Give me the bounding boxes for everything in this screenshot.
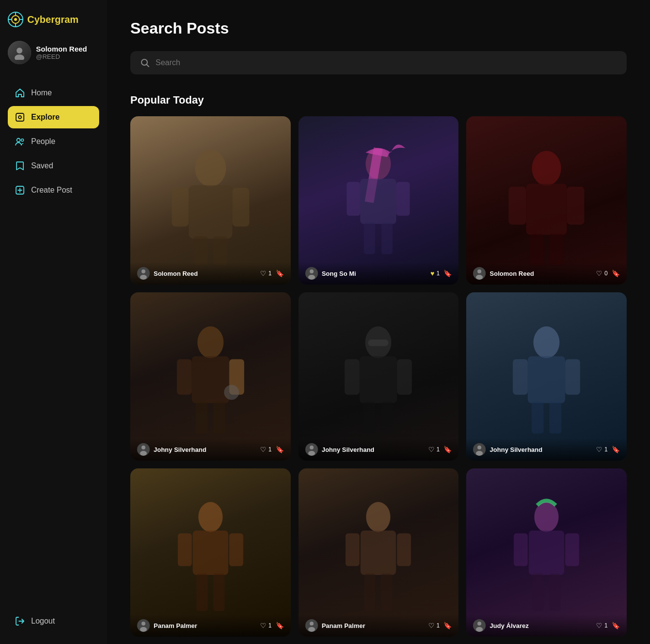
user-name: Solomon Reed: [36, 45, 87, 53]
svg-rect-84: [565, 533, 580, 566]
app-name: Cybergram: [27, 14, 79, 25]
svg-point-15: [195, 149, 226, 186]
svg-point-73: [366, 502, 390, 532]
like-button[interactable]: ♡ 1: [260, 622, 272, 629]
svg-point-10: [18, 116, 21, 119]
bookmark-icon[interactable]: 🔖: [276, 446, 284, 453]
like-button[interactable]: ♥ 1: [430, 269, 439, 277]
svg-rect-83: [514, 533, 528, 566]
svg-rect-16: [189, 185, 232, 238]
svg-rect-85: [532, 573, 544, 611]
post-actions: ♡ 1 🔖: [596, 446, 620, 453]
search-input[interactable]: [156, 58, 617, 67]
bookmark-icon[interactable]: 🔖: [612, 622, 620, 629]
sidebar-item-people[interactable]: People: [8, 130, 99, 153]
svg-rect-18: [232, 187, 249, 226]
post-card[interactable]: Johny Silverhand ♡ 1 🔖: [466, 292, 627, 461]
home-label: Home: [31, 89, 52, 97]
heart-icon: ♡: [596, 269, 602, 277]
post-username: Song So Mi: [322, 270, 427, 277]
bookmark-icon[interactable]: 🔖: [276, 622, 284, 629]
svg-rect-59: [513, 359, 528, 394]
svg-point-80: [308, 627, 315, 632]
like-button[interactable]: ♡ 1: [260, 446, 272, 453]
post-card[interactable]: Panam Palmer ♡ 1 🔖: [130, 468, 291, 637]
post-footer: Panam Palmer ♡ 1 🔖: [299, 614, 459, 637]
svg-point-71: [141, 622, 145, 626]
explore-label: Explore: [31, 113, 60, 122]
like-button[interactable]: ♡ 1: [596, 622, 608, 629]
create-post-icon: [15, 185, 25, 196]
bookmark-icon[interactable]: 🔖: [443, 622, 452, 629]
search-bar: [130, 51, 627, 74]
svg-rect-76: [397, 533, 411, 566]
svg-point-57: [533, 326, 560, 358]
user-avatar: [8, 41, 31, 64]
like-button[interactable]: ♡ 0: [596, 269, 608, 277]
post-avatar: [305, 443, 318, 456]
logo: Cybergram: [8, 12, 99, 27]
post-actions: ♡ 1 🔖: [428, 446, 452, 453]
sidebar-item-home[interactable]: Home: [8, 82, 99, 104]
post-footer: Solomon Reed ♡ 0 🔖: [466, 262, 627, 285]
svg-rect-53: [364, 402, 376, 433]
like-button[interactable]: ♡ 1: [428, 446, 440, 453]
figure-silhouette: [154, 139, 266, 266]
explore-icon: [15, 112, 25, 123]
post-card[interactable]: Johny Silverhand ♡ 1 🔖: [130, 292, 291, 461]
post-footer: Johny Silverhand ♡ 1 🔖: [466, 438, 627, 461]
post-figure: [154, 315, 266, 442]
post-card[interactable]: Judy Álvarez ♡ 1 🔖: [466, 468, 627, 637]
svg-point-6: [14, 18, 17, 21]
post-avatar: [305, 267, 318, 280]
heart-icon: ♡: [428, 446, 435, 453]
bookmark-icon[interactable]: 🔖: [612, 269, 620, 277]
post-footer: Solomon Reed ♡ 1 🔖: [130, 262, 291, 285]
figure-silhouette: [154, 491, 266, 618]
figure-silhouette: [322, 491, 435, 618]
heart-icon: ♡: [260, 622, 266, 629]
like-button[interactable]: ♡ 1: [596, 446, 608, 453]
logout-button[interactable]: Logout: [8, 610, 99, 632]
post-username: Judy Álvarez: [490, 622, 592, 629]
post-card[interactable]: Johny Silverhand ♡ 1 🔖: [299, 292, 459, 461]
bookmark-icon[interactable]: 🔖: [276, 269, 284, 277]
home-icon: [15, 88, 25, 98]
bookmark-icon[interactable]: 🔖: [443, 446, 452, 453]
post-figure: [491, 315, 603, 442]
svg-rect-35: [530, 233, 544, 265]
svg-point-46: [141, 446, 145, 449]
svg-point-31: [532, 150, 561, 185]
post-avatar: [305, 619, 318, 632]
like-button[interactable]: ♡ 1: [428, 622, 440, 629]
like-count: 1: [268, 270, 272, 277]
svg-rect-28: [382, 222, 393, 254]
svg-point-56: [308, 451, 315, 456]
bookmark-icon[interactable]: 🔖: [612, 446, 620, 453]
bookmark-icon[interactable]: 🔖: [443, 269, 452, 277]
post-card[interactable]: Solomon Reed ♡ 0 🔖: [466, 116, 627, 285]
sidebar-item-saved[interactable]: Saved: [8, 155, 99, 177]
like-count: 1: [268, 622, 272, 629]
svg-rect-67: [178, 533, 192, 566]
sidebar-item-create-post[interactable]: Create Post: [8, 179, 99, 201]
figure-silhouette: [491, 315, 603, 442]
sidebar-item-explore[interactable]: Explore: [8, 106, 99, 128]
like-button[interactable]: ♡ 1: [260, 269, 272, 277]
figure-silhouette: [322, 315, 435, 442]
post-footer: Panam Palmer ♡ 1 🔖: [130, 614, 291, 637]
post-card[interactable]: Song So Mi ♥ 1 🔖: [299, 116, 459, 285]
post-actions: ♡ 1 🔖: [260, 622, 284, 629]
post-figure: [322, 139, 435, 266]
svg-rect-82: [529, 531, 564, 575]
svg-rect-32: [526, 183, 567, 234]
post-card[interactable]: Solomon Reed ♡ 1 🔖: [130, 116, 291, 285]
post-username: Johny Silverhand: [322, 446, 424, 453]
post-card[interactable]: Panam Palmer ♡ 1 🔖: [299, 468, 459, 637]
posts-grid: Solomon Reed ♡ 1 🔖: [130, 116, 627, 637]
post-username: Johny Silverhand: [154, 446, 256, 453]
svg-rect-51: [345, 359, 360, 394]
heart-icon: ♡: [260, 269, 266, 277]
post-footer: Song So Mi ♥ 1 🔖: [299, 262, 459, 285]
heart-icon: ♡: [596, 622, 602, 629]
